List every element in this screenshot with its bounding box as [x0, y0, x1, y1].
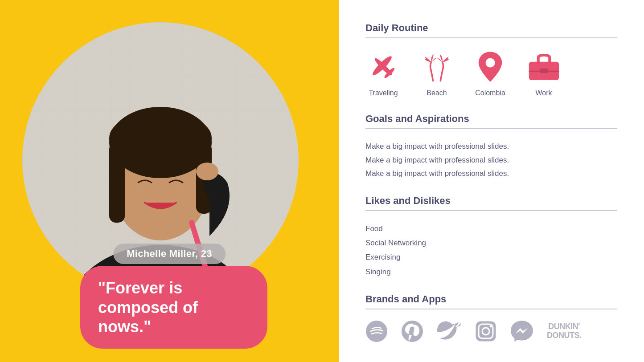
- routine-item-work: Work: [526, 49, 562, 97]
- routine-item-traveling: Traveling: [365, 49, 401, 97]
- svg-point-24: [490, 325, 492, 327]
- goals-line-2: Make a big impact with professional slid…: [365, 154, 617, 167]
- quote-text: "Forever is composed of nows.": [98, 278, 250, 336]
- daily-routine-divider: [365, 37, 617, 38]
- palm-icon: [419, 49, 455, 85]
- name-badge: Michelle Miller, 23: [113, 244, 226, 264]
- routine-item-beach: Beach: [419, 49, 455, 97]
- daily-routine-title: Daily Routine: [365, 22, 617, 34]
- quote-bubble: "Forever is composed of nows.": [80, 266, 267, 349]
- routine-icons-container: Traveling: [365, 49, 617, 97]
- spotify-icon: [365, 320, 388, 342]
- likes-section: Likes and Dislikes Food Social Networkin…: [365, 195, 617, 279]
- twitter-icon: [437, 320, 461, 342]
- brands-title: Brands and Apps: [365, 293, 617, 305]
- plane-icon: [365, 49, 401, 85]
- likes-item-1: Food: [365, 222, 617, 236]
- brands-icons-container: DUNKIN'DONUTS.: [365, 320, 617, 342]
- pinterest-icon: [401, 320, 423, 342]
- briefcase-icon: [526, 49, 562, 85]
- left-panel: Michelle Miller, 23 "Forever is composed…: [0, 0, 339, 362]
- goals-line-1: Make a big impact with professional slid…: [365, 140, 617, 154]
- brands-divider: [365, 309, 617, 309]
- right-panel: Daily Routine: [339, 0, 644, 362]
- svg-point-11: [196, 163, 218, 180]
- svg-point-15: [486, 58, 495, 68]
- goals-title: Goals and Aspirations: [365, 113, 617, 125]
- routine-item-colombia: Colombia: [472, 49, 508, 97]
- instagram-icon: [475, 320, 497, 342]
- work-label: Work: [535, 89, 552, 97]
- svg-point-19: [366, 321, 387, 342]
- traveling-label: Traveling: [369, 89, 398, 97]
- person-name: Michelle Miller, 23: [127, 248, 212, 259]
- brands-section: Brands and Apps: [365, 293, 617, 342]
- likes-item-3: Exercising: [365, 250, 617, 264]
- goals-line-3: Make a big impact with professional slid…: [365, 167, 617, 181]
- likes-divider: [365, 210, 617, 211]
- goals-divider: [365, 128, 617, 129]
- dunkin-donuts-icon: DUNKIN'DONUTS.: [547, 322, 582, 340]
- likes-item-4: Singing: [365, 265, 617, 279]
- daily-routine-section: Daily Routine: [365, 22, 617, 97]
- beach-label: Beach: [427, 89, 447, 97]
- dunkin-text: DUNKIN'DONUTS.: [547, 322, 582, 340]
- likes-item-2: Social Networking: [365, 236, 617, 250]
- messenger-icon: [510, 320, 533, 342]
- colombia-label: Colombia: [475, 89, 505, 97]
- likes-title: Likes and Dislikes: [365, 195, 617, 207]
- location-icon: [472, 49, 508, 85]
- svg-point-9: [109, 111, 212, 165]
- goals-section: Goals and Aspirations Make a big impact …: [365, 113, 617, 181]
